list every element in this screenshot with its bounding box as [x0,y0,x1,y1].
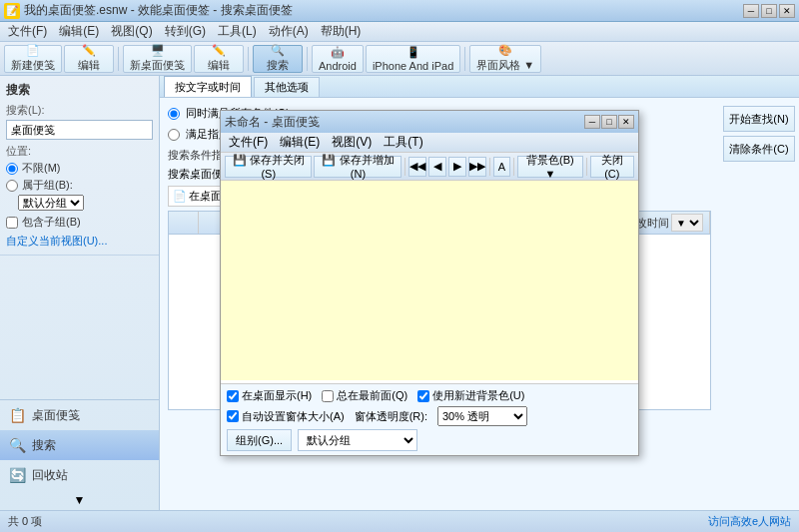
status-bar: 共 0 项 访问高效e人网站 [0,510,799,532]
right-buttons: 开始查找(N) 清除条件(C) [719,98,799,510]
time-sort-select[interactable]: ▼ [671,214,703,232]
cond-all-radio[interactable] [168,108,180,120]
scope-item-desktop[interactable]: 📄 在桌面 [168,186,227,207]
dialog-close-toolbar-btn[interactable]: 关闭(C) [590,156,634,178]
desktop-icon: 🖥️ [151,44,165,57]
custom-view-link[interactable]: 自定义当前视图(U)... [6,234,153,249]
note-content-textarea[interactable] [221,181,638,380]
dialog-maximize-btn[interactable]: □ [601,115,617,129]
trash-nav-icon: 🔄 [8,466,26,484]
sidebar-expand-btn[interactable]: ▼ [0,490,159,510]
always-top-checkbox[interactable] [322,390,334,402]
dialog-window-controls: ─ □ ✕ [584,115,634,129]
search-input[interactable] [6,120,153,140]
menu-goto[interactable]: 转到(G) [159,21,212,42]
sidebar-nav: 📋 桌面便笺 🔍 搜索 🔄 回收站 ▼ [0,399,159,510]
nav-first-btn[interactable]: ◀◀ [408,157,426,177]
toolbar: 📄 新建便笺 ✏️ 编辑 🖥️ 新桌面便笺 ✏️ 编辑 🔍 搜索 🤖 Andro… [0,42,799,76]
new-note-icon: 📄 [26,44,40,57]
dialog-menu-view[interactable]: 视图(V) [326,132,378,153]
dialog-sep4 [586,158,587,176]
menu-edit[interactable]: 编辑(E) [53,21,105,42]
radio-group[interactable] [6,180,18,192]
nav-search-label: 搜索 [32,437,56,454]
start-search-button[interactable]: 开始查找(N) [723,106,795,132]
status-link[interactable]: 访问高效e人网站 [708,514,791,529]
nav-item-trash[interactable]: 🔄 回收站 [0,460,159,490]
auto-size-checkbox[interactable] [227,410,239,422]
tab-text-time[interactable]: 按文字或时间 [164,76,252,97]
dialog-close-btn[interactable]: ✕ [618,115,634,129]
use-new-bg-label: 使用新进背景色(U) [432,388,524,403]
transparency-label: 窗体透明度(R): [355,409,427,424]
toolbar-new-desktop[interactable]: 🖥️ 新桌面便笺 [123,45,192,73]
include-sub-checkbox[interactable] [6,217,18,229]
search-icon: 🔍 [271,44,285,57]
nav-prev-btn[interactable]: ◀ [428,157,446,177]
scope-desktop-icon: 📄 [173,190,187,203]
edit-icon: ✏️ [82,44,96,57]
menu-action[interactable]: 动作(A) [263,21,315,42]
tab-bar: 按文字或时间 其他选项 [160,76,799,98]
menu-help[interactable]: 帮助(H) [315,21,368,42]
dialog-menu: 文件(F) 编辑(E) 视图(V) 工具(T) [221,133,638,153]
location-label: 位置: [6,144,153,159]
group-name-select[interactable]: 默认分组 [298,429,417,451]
close-button[interactable]: ✕ [779,4,795,18]
dialog-menu-edit[interactable]: 编辑(E) [274,132,326,153]
font-a-btn[interactable]: A [493,157,511,177]
dialog-menu-tools[interactable]: 工具(T) [378,132,428,153]
dialog-sep2 [489,158,490,176]
dialog-minimize-btn[interactable]: ─ [584,115,600,129]
sidebar: 搜索 搜索(L): 位置: 不限(M) 属于组(B): 默认分组 [0,76,160,510]
dialog-sep3 [513,158,514,176]
toolbar-search[interactable]: 🔍 搜索 [253,45,303,73]
nav-item-search[interactable]: 🔍 搜索 [0,430,159,460]
dialog-title: 未命名 - 桌面便笺 [225,114,320,131]
nav-next-btn[interactable]: ▶ [448,157,466,177]
radio-group-label: 属于组(B): [22,178,73,193]
show-desktop-label: 在桌面显示(H) [242,388,312,403]
use-new-bg-checkbox[interactable] [417,390,429,402]
menu-bar: 文件(F) 编辑(E) 视图(Q) 转到(G) 工具(L) 动作(A) 帮助(H… [0,22,799,42]
search-nav-icon: 🔍 [8,436,26,454]
app-icon: 📝 [4,3,20,19]
toolbar-iphone[interactable]: 📱 iPhone And iPad [366,45,460,73]
maximize-button[interactable]: □ [761,4,777,18]
theme-icon: 🎨 [498,44,512,57]
radio-unlimited-label: 不限(M) [22,161,61,176]
dialog-title-bar: 未命名 - 桌面便笺 ─ □ ✕ [221,111,638,133]
auto-size-label: 自动设置窗体大小(A) [242,409,345,424]
note-dialog: 未命名 - 桌面便笺 ─ □ ✕ 文件(F) 编辑(E) 视图(V) 工具(T)… [220,110,639,456]
toolbar-new-note[interactable]: 📄 新建便笺 [4,45,62,73]
cond-any-radio[interactable] [168,129,180,141]
group-select[interactable]: 默认分组 [18,195,84,211]
save-close-button[interactable]: 💾 保存并关闭(S) [225,156,312,178]
menu-tools[interactable]: 工具(L) [212,21,263,42]
dialog-toolbar: 💾 保存并关闭(S) 💾 保存并增加(N) ◀◀ ◀ ▶ ▶▶ A 背景色(B)… [221,153,638,181]
show-desktop-checkbox[interactable] [227,390,239,402]
transparency-select[interactable]: 30% 透明 [437,406,527,426]
menu-file[interactable]: 文件(F) [2,21,53,42]
separator2 [248,47,249,71]
group-button[interactable]: 组别(G)... [227,429,292,451]
nav-trash-label: 回收站 [32,467,68,484]
clear-conditions-button[interactable]: 清除条件(C) [723,136,795,162]
radio-unlimited[interactable] [6,163,18,175]
nav-item-notes[interactable]: 📋 桌面便笺 [0,400,159,430]
bg-color-button[interactable]: 背景色(B) ▼ [517,156,583,178]
search-label: 搜索(L): [6,103,153,118]
toolbar-android[interactable]: 🤖 Android [312,45,364,73]
minimize-button[interactable]: ─ [743,4,759,18]
tab-other-options[interactable]: 其他选项 [254,77,320,97]
menu-view[interactable]: 视图(Q) [105,21,158,42]
toolbar-theme[interactable]: 🎨 界面风格 ▼ [469,45,541,73]
dialog-menu-file[interactable]: 文件(F) [223,132,274,153]
status-count: 共 0 项 [8,514,42,529]
always-top-label: 总在最前面(Q) [337,388,407,403]
edit2-icon: ✏️ [212,44,226,57]
toolbar-edit[interactable]: ✏️ 编辑 [64,45,114,73]
save-add-button[interactable]: 💾 保存并增加(N) [314,156,401,178]
toolbar-edit2[interactable]: ✏️ 编辑 [194,45,244,73]
nav-last-btn[interactable]: ▶▶ [468,157,486,177]
